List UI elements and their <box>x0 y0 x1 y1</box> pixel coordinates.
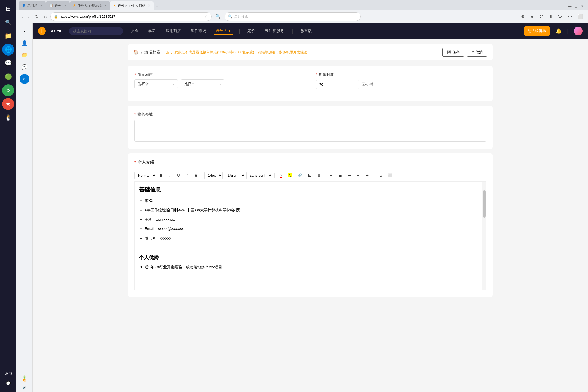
city-selects: 选择省 选择市 <box>134 79 305 88</box>
browser-left-sidebar: › 👤 📁 💬 e 🔋📶 🔊 <box>16 23 33 392</box>
ordered-list-btn[interactable]: ≡ <box>327 171 335 179</box>
os-browser-btn[interactable]: 🌐 <box>2 44 14 56</box>
history-btn[interactable]: ⏱ <box>538 13 545 20</box>
intro-section-title: * 个人介绍 <box>134 160 486 165</box>
editor-scrollbar[interactable] <box>482 182 486 290</box>
os-app-btn[interactable]: ★ <box>2 98 14 110</box>
sidebar-btn[interactable]: ⬜ <box>576 13 585 20</box>
city-select[interactable]: 选择市 <box>181 79 224 88</box>
editor-h1: 基础信息 <box>139 186 476 193</box>
nav-link-edu[interactable]: 教育版 <box>298 27 314 35</box>
url-bar[interactable]: 🔒 https://www.ivx.cn/profile/10239527 ☆ <box>50 12 212 21</box>
tab-close-profile[interactable]: ✕ <box>148 4 150 7</box>
fontfamily-select[interactable]: sans-serif <box>246 172 272 179</box>
link-btn[interactable]: 🔗 <box>295 171 304 179</box>
editor-scroll-thumb[interactable] <box>483 190 486 218</box>
list-item-3: Email：xxxxx@xxx.xxx <box>145 226 476 232</box>
align-left-btn[interactable]: ⬅ <box>345 171 353 179</box>
image-btn[interactable]: 🖼 <box>305 171 314 179</box>
favorites-btn[interactable]: ★ <box>528 13 535 20</box>
tab-profile[interactable]: ★ 任务大厅-个人档案 ✕ <box>110 1 154 10</box>
editor-section2-title: 个人优势 <box>139 254 476 261</box>
forward-btn[interactable]: › <box>26 13 31 20</box>
align-center-btn[interactable]: ≡ <box>354 171 362 179</box>
unordered-list-btn[interactable]: ☰ <box>336 171 344 179</box>
sidebar-folder-icon[interactable]: 📁 <box>20 50 29 60</box>
tab-close-showcase[interactable]: ✕ <box>104 4 107 7</box>
more-btn[interactable]: ⋯ <box>566 13 574 20</box>
os-chat1-btn[interactable]: 💬 <box>2 57 14 69</box>
extensions-btn[interactable]: ⚙ <box>519 13 526 20</box>
fontsize-select[interactable]: 14px <box>204 172 223 179</box>
strikethrough-btn[interactable]: S <box>192 171 200 179</box>
star-icon[interactable]: ☆ <box>205 14 208 19</box>
editor-list: 李XX 4年工作经验|全日制本科|中国xxx大学计算机科学|26岁|男 手机：x… <box>145 198 476 241</box>
skills-required: * <box>134 112 136 117</box>
sidebar-user-icon[interactable]: 👤 <box>20 38 29 48</box>
search-icon: 🔍 <box>228 14 232 19</box>
tab-showcase[interactable]: ★ 任务大厅-展示端 ✕ <box>70 1 110 10</box>
underline-btn[interactable]: U <box>175 171 182 179</box>
color-icon: A <box>280 173 282 178</box>
nav-link-pricing[interactable]: 定价 <box>245 27 257 35</box>
color-btn[interactable]: A <box>277 171 284 179</box>
bgcolor-btn[interactable]: A <box>286 171 294 179</box>
nav-link-cloud[interactable]: 云计算服务 <box>263 27 286 35</box>
editor-content-area[interactable]: 基础信息 李XX 4年工作经验|全日制本科|中国xxx大学计算机科学|26岁|男… <box>134 182 486 290</box>
refresh-btn[interactable]: ↻ <box>33 13 40 20</box>
os-file-btn[interactable]: 📁 <box>2 30 14 42</box>
format-clear-btn[interactable]: Tx <box>376 171 384 179</box>
salary-group: * 期望时薪 元/小时 <box>316 72 486 89</box>
os-penguin-btn[interactable]: 🐧 <box>2 112 14 124</box>
os-notifications[interactable]: 💬 <box>2 377 14 389</box>
nav-link-appstore[interactable]: 应用商店 <box>164 27 183 35</box>
table-btn[interactable]: ⊞ <box>315 171 323 179</box>
shield-btn[interactable]: 🛡 <box>556 13 564 20</box>
italic-btn[interactable]: I <box>166 171 174 179</box>
nav-link-docs[interactable]: 文档 <box>129 27 141 35</box>
browser-search-box[interactable]: 🔍 点此搜索 <box>225 12 361 21</box>
os-search-btn[interactable]: 🔍 <box>2 16 14 28</box>
quote-btn[interactable]: " <box>183 171 191 179</box>
tab-unsynced[interactable]: 👤 未同步 ✕ <box>19 1 46 10</box>
site-search-input[interactable] <box>69 27 123 35</box>
close-btn[interactable]: ✕ <box>579 2 586 10</box>
back-btn[interactable]: ‹ <box>20 13 24 20</box>
style-select[interactable]: Normal <box>134 172 156 179</box>
nav-link-learn[interactable]: 学习 <box>146 27 158 35</box>
align-right-btn[interactable]: ➡ <box>363 171 371 179</box>
os-start-btn[interactable]: ⊞ <box>2 3 14 15</box>
os-chrome-btn[interactable]: ○ <box>2 84 14 96</box>
salary-input[interactable] <box>316 80 359 89</box>
tab-close-unsynced[interactable]: ✕ <box>40 4 42 7</box>
lineheight-select[interactable]: 1.5rem <box>224 172 245 179</box>
downloads-btn[interactable]: ⬇ <box>547 13 554 20</box>
tab-close-task[interactable]: ✕ <box>64 4 66 7</box>
notification-bell[interactable]: 🔔 <box>556 28 562 34</box>
skills-textarea[interactable] <box>134 120 486 142</box>
home-btn[interactable]: ⌂ <box>42 13 48 20</box>
sidebar-vol: 🔊 <box>23 386 26 389</box>
intro-section: * 个人介绍 Normal B I U " S <box>128 153 493 297</box>
maximize-btn[interactable]: □ <box>573 3 579 10</box>
sidebar-chat-icon[interactable]: 💬 <box>20 62 29 72</box>
search-icon-btn[interactable]: 🔍 <box>214 13 222 20</box>
minimize-btn[interactable]: ─ <box>567 3 573 10</box>
os-chat2-btn[interactable]: 🟢 <box>2 71 14 83</box>
skills-label: * 擅长领域 <box>134 112 486 117</box>
save-button[interactable]: 💾 保存 <box>442 48 464 57</box>
enter-editor-btn[interactable]: 进入编辑器 <box>524 26 550 36</box>
new-tab-button[interactable]: + <box>154 4 161 10</box>
nav-link-components[interactable]: 组件市场 <box>189 27 208 35</box>
fullscreen-btn[interactable]: ⬜ <box>385 171 395 179</box>
bold-btn[interactable]: B <box>157 171 165 179</box>
tab-task[interactable]: 📋 任务 ✕ <box>46 1 70 10</box>
sidebar-expand-btn[interactable]: › <box>20 26 29 36</box>
province-select[interactable]: 选择省 <box>134 79 178 88</box>
browser-content-area: › 👤 📁 💬 e 🔋📶 🔊 i iVX.cn 文档 学习 应用商店 组件市场 <box>16 23 588 392</box>
sidebar-app2-icon[interactable]: e <box>20 74 29 84</box>
user-avatar[interactable] <box>574 27 583 35</box>
cancel-button[interactable]: ✕ 取消 <box>467 48 487 57</box>
nav-link-tasks[interactable]: 任务大厅 <box>214 27 233 35</box>
home-icon[interactable]: 🏠 <box>133 50 139 55</box>
